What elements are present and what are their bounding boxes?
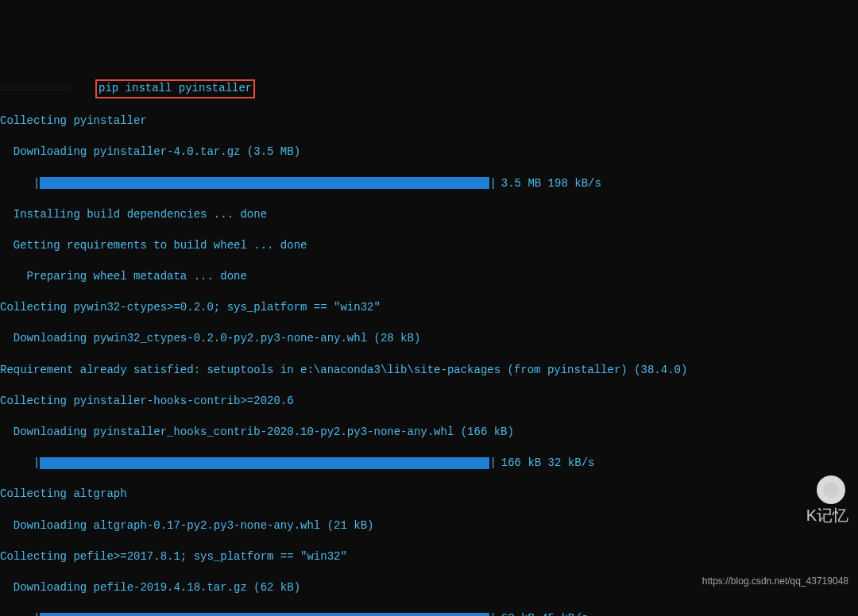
bar-pipe: | <box>33 177 40 190</box>
progress-text: 62 kB 45 kB/s <box>501 612 588 616</box>
progress-bar-fill <box>40 613 489 616</box>
watermark-name: K记忆 <box>806 506 848 524</box>
output-line: Collecting pyinstaller-hooks-contrib>=20… <box>0 394 858 410</box>
output-line: Downloading pywin32_ctypes-0.2.0-py2.py3… <box>0 331 858 347</box>
bar-pipe: | <box>489 612 496 616</box>
progress-bar-fill <box>40 457 489 469</box>
command-highlight-box: pip install pyinstaller <box>95 79 255 98</box>
bar-pipe: | <box>489 177 496 190</box>
prompt-line: pip install pyinstaller <box>0 79 858 98</box>
command-text: pip install pyinstaller <box>99 82 252 94</box>
output-line: Installing build dependencies ... done <box>0 207 858 223</box>
output-line: Collecting pyinstaller <box>0 114 858 129</box>
bar-pipe: | <box>33 612 40 616</box>
prompt-redacted <box>0 83 95 94</box>
progress-text: 3.5 MB 198 kB/s <box>501 177 601 190</box>
output-line: Downloading pyinstaller-4.0.tar.gz (3.5 … <box>0 144 858 160</box>
watermark: K记忆 https://blog.csdn.net/qq_43719048 <box>702 429 848 603</box>
wechat-icon <box>817 475 845 504</box>
watermark-url: https://blog.csdn.net/qq_43719048 <box>702 575 848 588</box>
progress-text: 166 kB 32 kB/s <box>501 456 595 469</box>
output-line: Getting requirements to build wheel ... … <box>0 238 858 254</box>
progress-bar-fill <box>40 177 489 189</box>
progress-bar-line: ||3.5 MB 198 kB/s <box>33 176 858 192</box>
output-line: Collecting pywin32-ctypes>=0.2.0; sys_pl… <box>0 300 858 316</box>
output-line: Preparing wheel metadata ... done <box>0 269 858 285</box>
output-line: Requirement already satisfied: setuptool… <box>0 363 858 379</box>
progress-bar-line: ||62 kB 45 kB/s <box>33 611 858 616</box>
bar-pipe: | <box>33 456 40 469</box>
bar-pipe: | <box>489 456 496 469</box>
watermark-top: K记忆 <box>702 460 848 541</box>
